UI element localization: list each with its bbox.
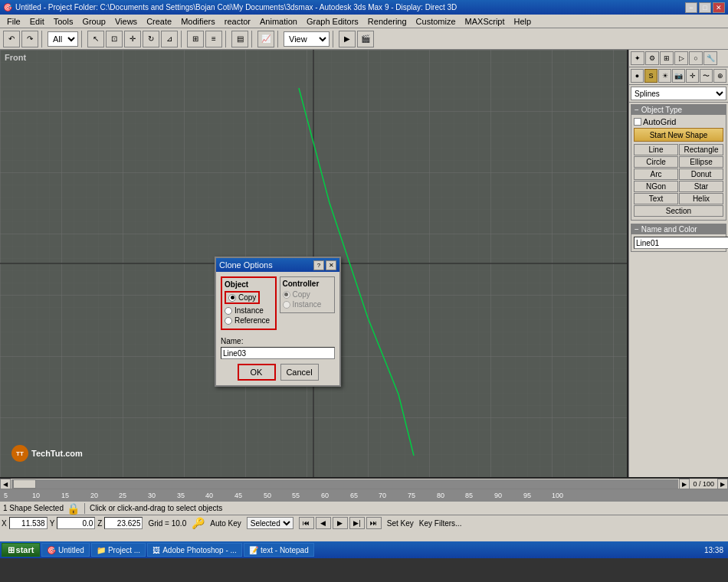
y-coord-input[interactable] bbox=[57, 517, 95, 529]
time-range-display: 0 / 100 bbox=[690, 480, 717, 488]
menu-graph-editors[interactable]: Graph Editors bbox=[303, 16, 362, 27]
selected-dropdown[interactable]: Selected bbox=[247, 517, 293, 529]
copy-radio[interactable] bbox=[228, 294, 236, 302]
copy-option-highlighted[interactable]: Copy bbox=[225, 291, 260, 304]
menu-maxscript[interactable]: MAXScript bbox=[461, 16, 509, 27]
playback-controls: ⏮ ◀ ▶ ▶| ⏭ bbox=[299, 517, 382, 529]
render-scene-button[interactable]: 🎬 bbox=[357, 31, 374, 47]
menu-help[interactable]: Help bbox=[510, 16, 536, 27]
motion-icon[interactable]: ▷ bbox=[674, 51, 688, 65]
scroll-track[interactable] bbox=[11, 479, 678, 489]
view-dropdown[interactable]: View bbox=[284, 31, 330, 47]
scroll-thumb[interactable] bbox=[13, 479, 36, 489]
layer-manager-button[interactable]: ▤ bbox=[231, 31, 248, 47]
lights-icon[interactable]: ☀ bbox=[658, 69, 671, 83]
scroll-left-button[interactable]: ◀ bbox=[0, 479, 11, 489]
shapes-icon[interactable]: S bbox=[644, 69, 657, 83]
menu-edit[interactable]: Edit bbox=[26, 16, 48, 27]
hierarchy-icon[interactable]: ⊞ bbox=[660, 51, 674, 65]
utilities-icon[interactable]: 🔧 bbox=[703, 51, 717, 65]
z-coord-input[interactable] bbox=[104, 517, 143, 529]
menu-customize[interactable]: Customize bbox=[412, 16, 460, 27]
menu-tools[interactable]: Tools bbox=[50, 16, 77, 27]
rotate-button[interactable]: ↻ bbox=[143, 31, 159, 47]
splines-dropdown[interactable]: Splines bbox=[631, 87, 726, 100]
geometry-icon[interactable]: ● bbox=[631, 69, 644, 83]
select-filter-dropdown[interactable]: All bbox=[48, 31, 78, 47]
select-button[interactable]: ↖ bbox=[87, 31, 104, 47]
mirror-button[interactable]: ⊞ bbox=[187, 31, 204, 47]
ellipse-button[interactable]: Ellipse bbox=[679, 156, 723, 168]
taskbar-project[interactable]: 📁 Project ... bbox=[91, 543, 146, 557]
x-coord-input[interactable] bbox=[9, 517, 48, 529]
prev-frame-button[interactable]: ◀ bbox=[316, 517, 331, 529]
star-button[interactable]: Star bbox=[679, 181, 723, 192]
menu-file[interactable]: File bbox=[3, 16, 25, 27]
text-button[interactable]: Text bbox=[634, 193, 678, 204]
name-color-header[interactable]: − Name and Color bbox=[631, 224, 726, 234]
instance-radio[interactable] bbox=[225, 307, 232, 315]
menu-views[interactable]: Views bbox=[111, 16, 141, 27]
scroll-right-button[interactable]: ▶ bbox=[679, 479, 690, 489]
select-region-button[interactable]: ⊡ bbox=[106, 31, 123, 47]
menu-rendering[interactable]: Rendering bbox=[364, 16, 411, 27]
modify-icon[interactable]: ⚙ bbox=[645, 51, 659, 65]
expand-range-button[interactable]: ▶ bbox=[717, 479, 728, 489]
display-icon[interactable]: ○ bbox=[689, 51, 703, 65]
taskbar-notepad[interactable]: 📝 text - Notepad bbox=[244, 543, 314, 557]
render-button[interactable]: ▶ bbox=[339, 31, 356, 47]
dialog-help-button[interactable]: ? bbox=[313, 260, 324, 270]
align-button[interactable]: ≡ bbox=[205, 31, 222, 47]
name-field[interactable] bbox=[634, 237, 728, 249]
titlebar-controls[interactable]: − □ ✕ bbox=[685, 2, 725, 13]
copy-label: Copy bbox=[238, 293, 256, 302]
helpers-icon[interactable]: ✛ bbox=[686, 69, 699, 83]
section-button[interactable]: Section bbox=[634, 205, 723, 217]
menu-create[interactable]: Create bbox=[143, 16, 175, 27]
rectangle-button[interactable]: Rectangle bbox=[679, 144, 723, 155]
toolbar-separator-6 bbox=[277, 31, 280, 47]
cancel-button[interactable]: Cancel bbox=[280, 364, 319, 381]
instance-option[interactable]: Instance bbox=[225, 306, 273, 315]
move-button[interactable]: ✛ bbox=[124, 31, 141, 47]
menu-modifiers[interactable]: Modifiers bbox=[177, 16, 219, 27]
reference-radio[interactable] bbox=[225, 317, 232, 325]
scale-button[interactable]: ⊿ bbox=[161, 31, 178, 47]
donut-button[interactable]: Donut bbox=[679, 168, 723, 180]
curve-editor-button[interactable]: 📈 bbox=[257, 31, 274, 47]
taskbar-untitled[interactable]: 🎯 Untitled bbox=[41, 543, 90, 557]
reference-option[interactable]: Reference bbox=[225, 316, 273, 325]
menu-animation[interactable]: Animation bbox=[256, 16, 301, 27]
start-button[interactable]: ⊞ start bbox=[2, 543, 40, 557]
start-new-shape-button[interactable]: Start New Shape bbox=[634, 128, 723, 142]
name-input[interactable] bbox=[221, 347, 335, 359]
maximize-button[interactable]: □ bbox=[699, 2, 711, 13]
redo-button[interactable]: ↷ bbox=[21, 31, 38, 47]
minimize-button[interactable]: − bbox=[685, 2, 697, 13]
undo-button[interactable]: ↶ bbox=[3, 31, 20, 47]
create-icon[interactable]: ✦ bbox=[631, 51, 644, 65]
clone-options-dialog[interactable]: Clone Options ? ✕ Object Copy bbox=[215, 257, 341, 387]
line-button[interactable]: Line bbox=[634, 144, 678, 155]
autogrid-checkbox[interactable] bbox=[634, 118, 641, 126]
object-type-header[interactable]: − Object Type bbox=[631, 105, 726, 115]
arc-button[interactable]: Arc bbox=[634, 168, 678, 180]
helix-button[interactable]: Helix bbox=[679, 193, 723, 204]
next-frame-button[interactable]: ▶| bbox=[349, 517, 365, 529]
circle-button[interactable]: Circle bbox=[634, 156, 678, 168]
play-button[interactable]: ▶ bbox=[333, 517, 348, 529]
menu-reactor[interactable]: reactor bbox=[221, 16, 254, 27]
systems-icon[interactable]: ⊕ bbox=[713, 69, 726, 83]
spacewarps-icon[interactable]: 〜 bbox=[700, 69, 713, 83]
taskbar-photoshop[interactable]: 🖼 Adobe Photoshop - ... bbox=[147, 543, 242, 557]
viewport[interactable]: Front TT TechTut.com Clone Options ? ✕ bbox=[0, 50, 628, 477]
ngon-button[interactable]: NGon bbox=[634, 181, 678, 192]
cameras-icon[interactable]: 📷 bbox=[672, 69, 685, 83]
dialog-title-controls[interactable]: ? ✕ bbox=[313, 260, 336, 270]
goto-end-button[interactable]: ⏭ bbox=[366, 517, 382, 529]
goto-start-button[interactable]: ⏮ bbox=[299, 517, 314, 529]
dialog-close-button[interactable]: ✕ bbox=[326, 260, 336, 270]
close-button[interactable]: ✕ bbox=[713, 2, 725, 13]
menu-group[interactable]: Group bbox=[78, 16, 110, 27]
ok-button[interactable]: OK bbox=[238, 364, 276, 381]
